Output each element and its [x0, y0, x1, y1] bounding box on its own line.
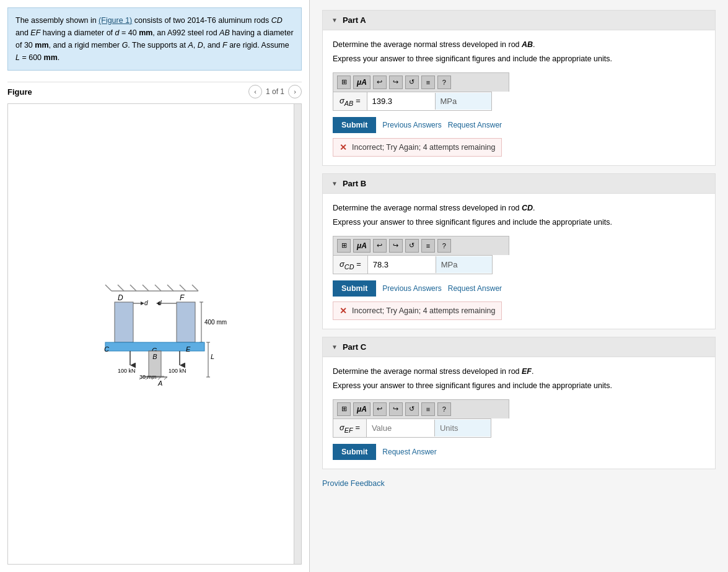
figure-header: Figure ‹ 1 of 1 › — [7, 82, 302, 101]
figure-next-button[interactable]: › — [288, 85, 302, 98]
figure-link[interactable]: (Figure 1) — [99, 16, 132, 25]
part-a-undo-icon[interactable]: ↩ — [373, 76, 387, 89]
part-a-list-icon[interactable]: ≡ — [421, 76, 435, 89]
part-c-grid-icon[interactable]: ⊞ — [337, 402, 351, 416]
part-b-header[interactable]: ▼ Part B — [323, 174, 715, 194]
part-c-units-input[interactable] — [435, 420, 491, 436]
part-a-submit-button[interactable]: Submit — [333, 117, 376, 133]
part-c-description: Determine the average normal stress deve… — [333, 366, 705, 378]
part-c-answer-row: σEF = — [333, 418, 491, 438]
part-b-section: ▼ Part B Determine the average normal st… — [322, 173, 716, 329]
part-a-reset-icon[interactable]: ↺ — [405, 76, 419, 89]
part-a-incorrect-icon: ✕ — [340, 142, 347, 152]
part-b-answer-row: σCD = — [333, 255, 493, 275]
part-c-request-answer-link[interactable]: Request Answer — [382, 448, 436, 456]
part-b-feedback-row: ✕ Incorrect; Try Again; 4 attempts remai… — [333, 301, 502, 320]
part-c-instruction: Express your answer to three significant… — [333, 380, 705, 392]
part-c-help-icon[interactable]: ? — [437, 402, 451, 416]
part-b-incorrect-icon: ✕ — [340, 306, 347, 316]
figure-area: Figure ‹ 1 of 1 › D F — [7, 77, 302, 565]
label-f: F — [180, 293, 185, 302]
right-panel: ▼ Part A Determine the average normal st… — [310, 0, 728, 572]
svg-text:d: d — [144, 300, 148, 306]
part-c-value-input[interactable] — [367, 420, 435, 436]
part-c-submit-row: Submit Request Answer — [333, 444, 705, 460]
part-b-help-icon[interactable]: ? — [437, 239, 451, 253]
part-a-body: Determine the average normal stress deve… — [323, 30, 715, 165]
svg-line-4 — [143, 285, 149, 291]
part-a-answer-row: σAB = — [333, 92, 492, 111]
part-b-value-input[interactable] — [368, 256, 436, 273]
label-a: A — [157, 379, 162, 387]
part-b-list-icon[interactable]: ≡ — [421, 239, 435, 253]
part-b-redo-icon[interactable]: ↪ — [389, 239, 403, 253]
part-c-header[interactable]: ▼ Part C — [323, 337, 715, 357]
part-a-units-input[interactable] — [436, 93, 491, 110]
part-a-redo-icon[interactable]: ↪ — [389, 76, 403, 89]
part-a-chevron-icon: ▼ — [331, 17, 338, 24]
part-a-feedback-row: ✕ Incorrect; Try Again; 4 attempts remai… — [333, 138, 502, 157]
part-c-mu-icon[interactable]: μA — [353, 402, 371, 416]
part-b-grid-icon[interactable]: ⊞ — [337, 239, 351, 253]
part-b-undo-icon[interactable]: ↩ — [373, 239, 387, 253]
part-b-instruction: Express your answer to three significant… — [333, 217, 705, 228]
figure-image-area: D F d d 400 mm C G E — [7, 103, 302, 565]
label-c: C — [104, 345, 109, 353]
problem-statement: The assembly shown in (Figure 1) consist… — [7, 7, 302, 71]
part-b-reset-icon[interactable]: ↺ — [405, 239, 419, 253]
part-c-chevron-icon: ▼ — [331, 344, 338, 350]
part-b-units-input[interactable] — [436, 256, 492, 273]
svg-text:d: d — [158, 300, 162, 306]
part-a-header[interactable]: ▼ Part A — [323, 11, 715, 30]
dim-400mm: 400 mm — [204, 319, 227, 326]
svg-line-3 — [130, 285, 136, 291]
part-b-toolbar: ⊞ μA ↩ ↪ ↺ ≡ ? — [333, 236, 509, 255]
part-a-label: Part A — [343, 15, 366, 25]
part-a-section: ▼ Part A Determine the average normal st… — [322, 10, 716, 166]
part-b-submit-row: Submit Previous Answers Request Answer — [333, 280, 705, 297]
figure-nav: ‹ 1 of 1 › — [248, 85, 302, 98]
part-c-list-icon[interactable]: ≡ — [421, 402, 435, 416]
figure-svg: D F d d 400 mm C G E — [62, 272, 248, 396]
part-a-submit-row: Submit Previous Answers Request Answer — [333, 117, 705, 133]
part-c-body: Determine the average normal stress deve… — [323, 357, 715, 469]
part-b-label: Part B — [343, 179, 366, 188]
part-c-section: ▼ Part C Determine the average normal st… — [322, 337, 716, 469]
part-a-mu-icon[interactable]: μA — [353, 76, 371, 89]
part-a-prev-answers-link[interactable]: Previous Answers — [382, 121, 441, 129]
part-a-feedback-text: Incorrect; Try Again; 4 attempts remaini… — [352, 143, 495, 152]
provide-feedback-link[interactable]: Provide Feedback — [322, 477, 716, 490]
figure-title: Figure — [7, 87, 32, 97]
part-b-submit-button[interactable]: Submit — [333, 280, 376, 297]
part-c-undo-icon[interactable]: ↩ — [373, 402, 387, 416]
part-c-label: Part C — [343, 342, 366, 352]
label-l: L — [211, 353, 214, 360]
figure-prev-button[interactable]: ‹ — [248, 85, 262, 98]
part-a-grid-icon[interactable]: ⊞ — [337, 76, 351, 89]
part-b-body: Determine the average normal stress deve… — [323, 194, 715, 329]
part-c-toolbar: ⊞ μA ↩ ↪ ↺ ≡ ? — [333, 399, 509, 418]
svg-line-6 — [167, 285, 173, 291]
part-a-value-input[interactable] — [367, 93, 436, 110]
part-a-instruction: Express your answer to three significant… — [333, 53, 705, 65]
left-panel: The assembly shown in (Figure 1) consist… — [0, 0, 310, 572]
part-c-redo-icon[interactable]: ↪ — [389, 402, 403, 416]
figure-scrollbar[interactable] — [294, 104, 301, 564]
part-c-reset-icon[interactable]: ↺ — [405, 402, 419, 416]
svg-line-1 — [105, 285, 112, 291]
part-b-description: Determine the average normal stress deve… — [333, 202, 705, 214]
figure-nav-counter: 1 of 1 — [266, 87, 284, 96]
part-b-mu-icon[interactable]: μA — [353, 239, 371, 253]
part-b-chevron-icon: ▼ — [331, 180, 338, 187]
label-e: E — [186, 345, 191, 353]
part-b-request-answer-link[interactable]: Request Answer — [448, 284, 502, 293]
part-b-prev-answers-link[interactable]: Previous Answers — [382, 284, 441, 293]
part-c-submit-button[interactable]: Submit — [333, 444, 376, 460]
svg-line-5 — [155, 285, 161, 291]
part-a-request-answer-link[interactable]: Request Answer — [448, 121, 502, 129]
part-a-help-icon[interactable]: ? — [437, 76, 451, 89]
part-a-description: Determine the average normal stress deve… — [333, 39, 705, 51]
part-b-equation-label: σCD = — [333, 256, 368, 274]
label-b: B — [152, 353, 157, 360]
rod-cd — [115, 302, 133, 342]
